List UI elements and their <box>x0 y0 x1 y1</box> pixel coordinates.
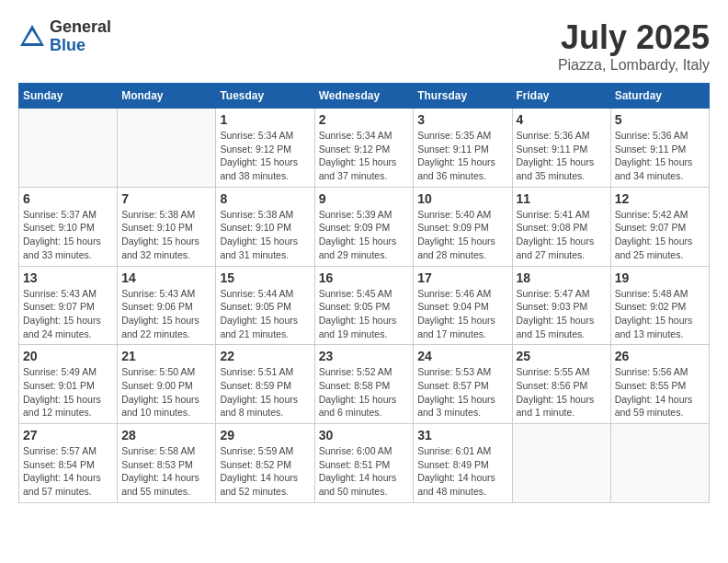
weekday-header-thursday: Thursday <box>414 84 512 109</box>
week-row-2: 6Sunrise: 5:37 AM Sunset: 9:10 PM Daylig… <box>19 187 710 266</box>
calendar-cell: 3Sunrise: 5:35 AM Sunset: 9:11 PM Daylig… <box>414 109 512 188</box>
day-number: 10 <box>417 191 507 206</box>
week-row-1: 1Sunrise: 5:34 AM Sunset: 9:12 PM Daylig… <box>19 109 710 188</box>
calendar-cell: 17Sunrise: 5:46 AM Sunset: 9:04 PM Dayli… <box>414 266 512 345</box>
day-number: 9 <box>319 191 410 206</box>
weekday-header-tuesday: Tuesday <box>216 84 314 109</box>
day-info: Sunrise: 5:38 AM Sunset: 9:10 PM Dayligh… <box>121 208 211 262</box>
day-number: 15 <box>220 270 310 285</box>
logo-general-text: General <box>50 18 111 37</box>
day-number: 4 <box>517 112 607 127</box>
day-number: 28 <box>121 428 211 442</box>
day-info: Sunrise: 5:49 AM Sunset: 9:01 PM Dayligh… <box>23 365 113 419</box>
day-number: 16 <box>319 270 410 285</box>
calendar-cell <box>118 109 216 188</box>
day-info: Sunrise: 5:36 AM Sunset: 9:11 PM Dayligh… <box>517 129 607 183</box>
calendar-cell: 23Sunrise: 5:52 AM Sunset: 8:58 PM Dayli… <box>314 345 414 424</box>
logo-blue-text: Blue <box>50 37 111 55</box>
calendar-cell: 20Sunrise: 5:49 AM Sunset: 9:01 PM Dayli… <box>19 345 118 424</box>
logo-icon <box>18 23 46 51</box>
day-number: 19 <box>615 270 705 285</box>
calendar-cell: 11Sunrise: 5:41 AM Sunset: 9:08 PM Dayli… <box>512 187 610 266</box>
day-info: Sunrise: 5:53 AM Sunset: 8:57 PM Dayligh… <box>417 365 507 419</box>
calendar-cell: 2Sunrise: 5:34 AM Sunset: 9:12 PM Daylig… <box>314 109 414 188</box>
logo-text: General Blue <box>50 18 111 55</box>
day-info: Sunrise: 5:38 AM Sunset: 9:10 PM Dayligh… <box>220 208 310 262</box>
day-info: Sunrise: 5:51 AM Sunset: 8:59 PM Dayligh… <box>220 365 310 419</box>
day-number: 24 <box>417 349 507 363</box>
weekday-header-monday: Monday <box>118 84 216 109</box>
day-info: Sunrise: 5:50 AM Sunset: 9:00 PM Dayligh… <box>121 365 211 419</box>
weekday-header-wednesday: Wednesday <box>314 84 414 109</box>
weekday-header-friday: Friday <box>512 84 610 109</box>
day-info: Sunrise: 5:46 AM Sunset: 9:04 PM Dayligh… <box>417 287 507 341</box>
calendar-cell: 15Sunrise: 5:44 AM Sunset: 9:05 PM Dayli… <box>216 266 314 345</box>
calendar-cell: 18Sunrise: 5:47 AM Sunset: 9:03 PM Dayli… <box>512 266 610 345</box>
day-info: Sunrise: 5:43 AM Sunset: 9:07 PM Dayligh… <box>23 287 113 341</box>
calendar-cell <box>19 109 118 188</box>
day-number: 18 <box>517 270 607 285</box>
day-number: 14 <box>121 270 211 285</box>
calendar-cell: 8Sunrise: 5:38 AM Sunset: 9:10 PM Daylig… <box>216 187 314 266</box>
weekday-header-row: SundayMondayTuesdayWednesdayThursdayFrid… <box>19 84 710 109</box>
day-number: 1 <box>220 112 310 127</box>
day-info: Sunrise: 5:36 AM Sunset: 9:11 PM Dayligh… <box>615 129 705 183</box>
calendar-cell <box>512 424 610 503</box>
day-info: Sunrise: 6:01 AM Sunset: 8:49 PM Dayligh… <box>417 444 507 499</box>
week-row-3: 13Sunrise: 5:43 AM Sunset: 9:07 PM Dayli… <box>19 266 710 345</box>
weekday-header-saturday: Saturday <box>610 84 709 109</box>
calendar-cell: 10Sunrise: 5:40 AM Sunset: 9:09 PM Dayli… <box>414 187 512 266</box>
day-number: 23 <box>319 349 410 363</box>
day-info: Sunrise: 5:52 AM Sunset: 8:58 PM Dayligh… <box>319 365 410 419</box>
day-number: 21 <box>121 349 211 363</box>
calendar-cell: 14Sunrise: 5:43 AM Sunset: 9:06 PM Dayli… <box>118 266 216 345</box>
day-info: Sunrise: 6:00 AM Sunset: 8:51 PM Dayligh… <box>319 444 410 499</box>
calendar-cell: 26Sunrise: 5:56 AM Sunset: 8:55 PM Dayli… <box>610 345 709 424</box>
calendar-table: SundayMondayTuesdayWednesdayThursdayFrid… <box>18 83 710 503</box>
page-header: General Blue July 2025 Piazza, Lombardy,… <box>18 18 710 74</box>
day-number: 31 <box>417 428 507 442</box>
calendar-cell: 1Sunrise: 5:34 AM Sunset: 9:12 PM Daylig… <box>216 109 314 188</box>
calendar-cell: 9Sunrise: 5:39 AM Sunset: 9:09 PM Daylig… <box>314 187 414 266</box>
calendar-cell: 5Sunrise: 5:36 AM Sunset: 9:11 PM Daylig… <box>610 109 709 188</box>
week-row-5: 27Sunrise: 5:57 AM Sunset: 8:54 PM Dayli… <box>19 424 710 503</box>
day-number: 29 <box>220 428 310 442</box>
day-number: 27 <box>23 428 113 442</box>
calendar-cell: 25Sunrise: 5:55 AM Sunset: 8:56 PM Dayli… <box>512 345 610 424</box>
day-number: 26 <box>615 349 705 363</box>
day-number: 7 <box>121 191 211 206</box>
day-number: 6 <box>23 191 113 206</box>
day-info: Sunrise: 5:34 AM Sunset: 9:12 PM Dayligh… <box>220 129 310 183</box>
day-number: 5 <box>615 112 705 127</box>
day-number: 22 <box>220 349 310 363</box>
calendar-cell <box>610 424 709 503</box>
calendar-cell: 13Sunrise: 5:43 AM Sunset: 9:07 PM Dayli… <box>19 266 118 345</box>
calendar-cell: 31Sunrise: 6:01 AM Sunset: 8:49 PM Dayli… <box>414 424 512 503</box>
day-info: Sunrise: 5:48 AM Sunset: 9:02 PM Dayligh… <box>615 287 705 341</box>
day-info: Sunrise: 5:44 AM Sunset: 9:05 PM Dayligh… <box>220 287 310 341</box>
day-info: Sunrise: 5:39 AM Sunset: 9:09 PM Dayligh… <box>319 208 410 262</box>
calendar-cell: 30Sunrise: 6:00 AM Sunset: 8:51 PM Dayli… <box>314 424 414 503</box>
day-number: 17 <box>417 270 507 285</box>
day-info: Sunrise: 5:43 AM Sunset: 9:06 PM Dayligh… <box>121 287 211 341</box>
day-number: 3 <box>417 112 507 127</box>
day-info: Sunrise: 5:55 AM Sunset: 8:56 PM Dayligh… <box>517 365 607 419</box>
day-info: Sunrise: 5:42 AM Sunset: 9:07 PM Dayligh… <box>615 208 705 262</box>
day-info: Sunrise: 5:34 AM Sunset: 9:12 PM Dayligh… <box>319 129 410 183</box>
day-info: Sunrise: 5:45 AM Sunset: 9:05 PM Dayligh… <box>319 287 410 341</box>
day-number: 2 <box>319 112 410 127</box>
day-info: Sunrise: 5:40 AM Sunset: 9:09 PM Dayligh… <box>417 208 507 262</box>
weekday-header-sunday: Sunday <box>19 84 118 109</box>
calendar-cell: 29Sunrise: 5:59 AM Sunset: 8:52 PM Dayli… <box>216 424 314 503</box>
day-info: Sunrise: 5:35 AM Sunset: 9:11 PM Dayligh… <box>417 129 507 183</box>
day-number: 20 <box>23 349 113 363</box>
location-text: Piazza, Lombardy, Italy <box>558 57 710 74</box>
day-number: 12 <box>615 191 705 206</box>
calendar-cell: 22Sunrise: 5:51 AM Sunset: 8:59 PM Dayli… <box>216 345 314 424</box>
day-number: 8 <box>220 191 310 206</box>
day-number: 11 <box>517 191 607 206</box>
calendar-cell: 28Sunrise: 5:58 AM Sunset: 8:53 PM Dayli… <box>118 424 216 503</box>
day-info: Sunrise: 5:37 AM Sunset: 9:10 PM Dayligh… <box>23 208 113 262</box>
title-block: July 2025 Piazza, Lombardy, Italy <box>558 18 710 74</box>
calendar-cell: 7Sunrise: 5:38 AM Sunset: 9:10 PM Daylig… <box>118 187 216 266</box>
